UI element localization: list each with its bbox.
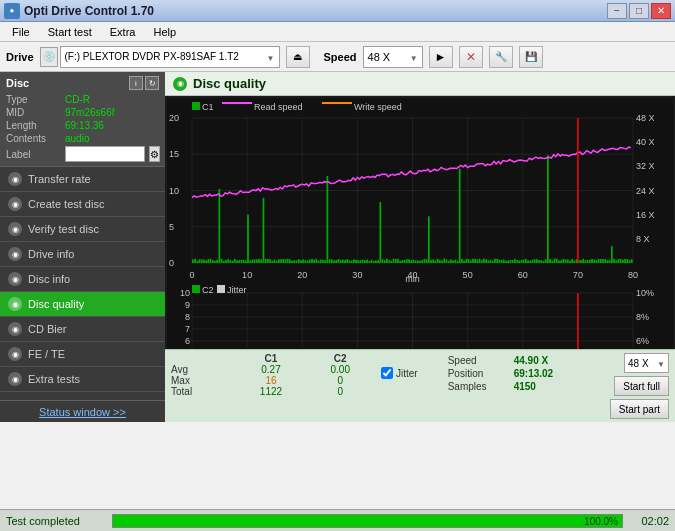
speed-label: Speed <box>324 51 357 63</box>
bottom-bar: Test completed 100.0% 02:02 <box>0 509 675 531</box>
disc-info-icon: ◉ <box>8 272 22 286</box>
disc-mid-row: MID 97m26s66f <box>6 107 159 118</box>
stats-total-c1: 1122 <box>233 386 310 397</box>
extra-tests-label: Extra tests <box>28 373 80 385</box>
content-title: Disc quality <box>193 76 266 91</box>
sidebar-item-disc-quality[interactable]: ◉ Disc quality <box>0 292 165 317</box>
drive-select-value: (F:) PLEXTOR DVDR PX-891SAF 1.T2 <box>65 51 265 62</box>
fe-te-label: FE / TE <box>28 348 65 360</box>
drive-info-label: Drive info <box>28 248 74 260</box>
samples-stat-label: Samples <box>448 381 508 392</box>
jitter-checkbox[interactable] <box>381 367 393 379</box>
speed-selector[interactable]: 48 X <box>363 46 423 68</box>
start-part-button[interactable]: Start part <box>610 399 669 419</box>
sidebar-item-extra-tests[interactable]: ◉ Extra tests <box>0 367 165 392</box>
verify-test-disc-label: Verify test disc <box>28 223 99 235</box>
progress-bar-fill <box>113 515 622 527</box>
menu-extra[interactable]: Extra <box>102 24 144 40</box>
disc-label-row: Label ⚙ <box>6 146 159 162</box>
disc-title: Disc <box>6 77 29 89</box>
disc-panel: Disc i ↻ Type CD-R MID 97m26s66f Length … <box>0 72 165 167</box>
disc-type-value: CD-R <box>65 94 159 105</box>
speed-stat-label: Speed <box>448 355 508 366</box>
disc-label-input[interactable] <box>65 146 145 162</box>
window-title: Opti Drive Control 1.70 <box>24 4 154 18</box>
disc-header: Disc i ↻ <box>6 76 159 90</box>
tools-button[interactable]: 🔧 <box>489 46 513 68</box>
sidebar-item-drive-info[interactable]: ◉ Drive info <box>0 242 165 267</box>
jitter-checkbox-area: Jitter <box>381 367 418 379</box>
create-test-disc-label: Create test disc <box>28 198 104 210</box>
play-button[interactable]: ► <box>429 46 453 68</box>
erase-button[interactable]: ✕ <box>459 46 483 68</box>
drive-label: Drive <box>6 51 34 63</box>
speed-value: 48 X <box>368 51 410 63</box>
drive-bar: Drive 💿 (F:) PLEXTOR DVDR PX-891SAF 1.T2… <box>0 42 675 72</box>
menu-file[interactable]: File <box>4 24 38 40</box>
progress-bar-container: 100.0% <box>112 514 623 528</box>
jitter-label: Jitter <box>396 368 418 379</box>
stats-area: C1 C2 Avg 0.27 0.00 Max 16 0 Total <box>165 349 675 422</box>
save-button[interactable]: 💾 <box>519 46 543 68</box>
transfer-rate-label: Transfer rate <box>28 173 91 185</box>
content-header-icon: ◉ <box>173 77 187 91</box>
stats-total-c2: 0 <box>309 386 371 397</box>
disc-info-button[interactable]: i <box>129 76 143 90</box>
disc-type-row: Type CD-R <box>6 94 159 105</box>
drive-selector[interactable]: (F:) PLEXTOR DVDR PX-891SAF 1.T2 <box>60 46 280 68</box>
disc-length-row: Length 69:13.36 <box>6 120 159 131</box>
stats-max-c1: 16 <box>233 375 310 386</box>
stats-max-label: Max <box>171 375 233 386</box>
menu-help[interactable]: Help <box>145 24 184 40</box>
disc-mid-label: MID <box>6 107 61 118</box>
speed-select-small[interactable]: 48 X <box>624 353 669 373</box>
content-header: ◉ Disc quality <box>165 72 675 96</box>
sidebar-item-transfer-rate[interactable]: ◉ Transfer rate <box>0 167 165 192</box>
disc-contents-value: audio <box>65 133 159 144</box>
stats-avg-c2: 0.00 <box>309 364 371 375</box>
speed-stat-value: 44.90 X <box>514 355 548 366</box>
stats-avg-label: Avg <box>171 364 233 375</box>
cd-bier-icon: ◉ <box>8 322 22 336</box>
position-stat-value: 69:13.02 <box>514 368 553 379</box>
progress-text: 100.0% <box>584 515 618 529</box>
extra-tests-icon: ◉ <box>8 372 22 386</box>
charts-wrapper <box>165 96 675 349</box>
speed-select-small-value: 48 X <box>628 358 657 369</box>
eject-button[interactable]: ⏏ <box>286 46 310 68</box>
speed-select-small-chevron <box>657 358 665 369</box>
close-button[interactable]: ✕ <box>651 3 671 19</box>
disc-contents-row: Contents audio <box>6 133 159 144</box>
status-bar: Status window >> <box>0 400 165 422</box>
stats-right: Speed 44.90 X Position 69:13.02 Samples … <box>448 355 553 392</box>
sidebar-item-fe-te[interactable]: ◉ FE / TE <box>0 342 165 367</box>
minimize-button[interactable]: − <box>607 3 627 19</box>
disc-label-settings-button[interactable]: ⚙ <box>149 146 160 162</box>
title-bar: ● Opti Drive Control 1.70 − □ ✕ <box>0 0 675 22</box>
transfer-rate-icon: ◉ <box>8 172 22 186</box>
menu-start-test[interactable]: Start test <box>40 24 100 40</box>
drive-info-icon: ◉ <box>8 247 22 261</box>
col-c1: C1 <box>233 353 310 364</box>
disc-contents-label: Contents <box>6 133 61 144</box>
sidebar-item-verify-test-disc[interactable]: ◉ Verify test disc <box>0 217 165 242</box>
content-area: ◉ Disc quality C1 C2 Avg <box>165 72 675 422</box>
c1-chart <box>167 98 673 283</box>
sidebar-item-cd-bier[interactable]: ◉ CD Bier <box>0 317 165 342</box>
status-window-button[interactable]: Status window >> <box>39 406 126 418</box>
samples-stat-value: 4150 <box>514 381 536 392</box>
sidebar-item-create-test-disc[interactable]: ◉ Create test disc <box>0 192 165 217</box>
drive-icon: 💿 <box>40 47 58 67</box>
disc-label-key: Label <box>6 149 61 160</box>
stats-table: C1 C2 Avg 0.27 0.00 Max 16 0 Total <box>171 353 371 397</box>
drive-select-chevron <box>267 51 275 63</box>
speed-chevron <box>410 51 418 63</box>
disc-quality-label: Disc quality <box>28 298 84 310</box>
disc-refresh-button[interactable]: ↻ <box>145 76 159 90</box>
maximize-button[interactable]: □ <box>629 3 649 19</box>
disc-info-label: Disc info <box>28 273 70 285</box>
stats-max-c2: 0 <box>309 375 371 386</box>
sidebar-item-disc-info[interactable]: ◉ Disc info <box>0 267 165 292</box>
menu-bar: File Start test Extra Help <box>0 22 675 42</box>
start-full-button[interactable]: Start full <box>614 376 669 396</box>
